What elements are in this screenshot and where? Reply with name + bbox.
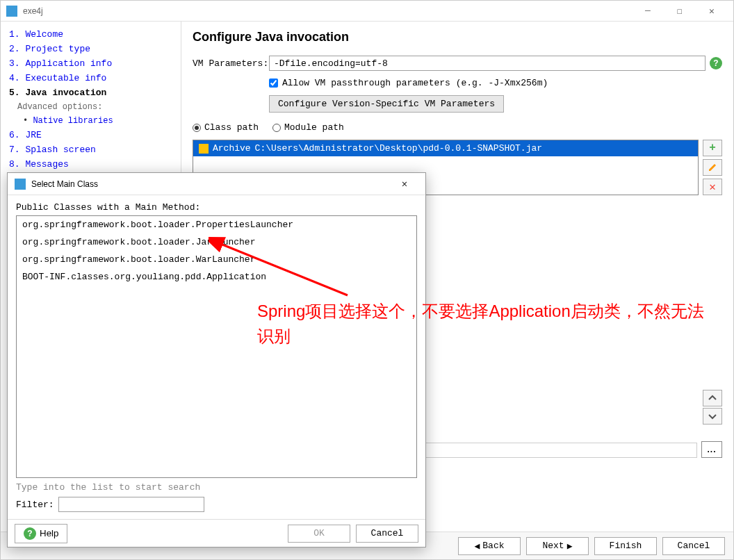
close-button[interactable]: ✕ (696, 1, 728, 22)
chevron-up-icon (708, 395, 717, 402)
next-button[interactable]: Next ▶ (526, 537, 589, 555)
dialog-heading: Public Classes with a Main Method: (16, 202, 417, 213)
dialog-body: Public Classes with a Main Method: org.s… (8, 195, 425, 519)
search-hint: Type into the list to start search (16, 482, 417, 493)
modulepath-radio-item[interactable]: Module path (272, 122, 344, 133)
page-heading: Configure Java invocation (193, 30, 722, 44)
class-item[interactable]: org.springframework.boot.loader.Properti… (17, 216, 416, 233)
vm-params-row: VM Parameters: ? (193, 56, 722, 71)
window-title: exe4j (23, 6, 632, 16)
app-icon (6, 6, 17, 17)
archive-path: C:\Users\Administrator\Desktop\pdd-0.0.1… (255, 143, 542, 154)
help-icon[interactable]: ? (710, 57, 722, 69)
back-button[interactable]: ◀ Back (458, 537, 521, 555)
move-down-button[interactable] (703, 408, 722, 425)
dialog-title: Select Main Class (31, 179, 391, 189)
archive-action-buttons: + ✕ (703, 140, 722, 195)
reorder-buttons (703, 390, 722, 425)
vm-params-input[interactable] (269, 56, 706, 71)
sidebar-item-application-info[interactable]: 3. Application info (1, 56, 181, 71)
dialog-title-bar: Select Main Class ✕ (8, 173, 425, 195)
back-arrow-icon: ◀ (474, 541, 480, 552)
sidebar-item-welcome[interactable]: 1. Welcome (1, 27, 181, 42)
sidebar-item-java-invocation[interactable]: 5. Java invocation (1, 85, 181, 100)
archive-label: Archive (213, 143, 251, 154)
dialog-cancel-button[interactable]: Cancel (356, 525, 418, 543)
classpath-radio[interactable] (193, 124, 201, 132)
class-list[interactable]: org.springframework.boot.loader.Properti… (16, 215, 417, 478)
help-icon: ? (24, 527, 36, 540)
dialog-bottom-bar: ? Help OK Cancel (8, 519, 425, 547)
browse-row: ... (701, 441, 722, 458)
window-controls: — ☐ ✕ (632, 1, 728, 22)
classpath-radio-item[interactable]: Class path (193, 122, 259, 133)
sidebar-item-executable-info[interactable]: 4. Executable info (1, 71, 181, 85)
sidebar-item-messages[interactable]: 8. Messages (1, 157, 181, 172)
delete-button[interactable]: ✕ (703, 179, 722, 195)
passthrough-row: Allow VM passthrough parameters (e.g. -J… (269, 78, 722, 88)
edit-button[interactable] (703, 159, 722, 176)
filter-row: Filter: 🔍 (16, 497, 417, 512)
sidebar-item-project-type[interactable]: 2. Project type (1, 42, 181, 56)
modulepath-radio[interactable] (272, 124, 281, 132)
passthrough-label: Allow VM passthrough parameters (e.g. -J… (282, 78, 548, 88)
archive-icon (199, 144, 209, 154)
sidebar-item-native-libraries[interactable]: Native libraries (1, 114, 181, 128)
class-item[interactable]: BOOT-INF.classes.org.youliang.pdd.Applic… (17, 268, 416, 286)
class-item[interactable]: org.springframework.boot.loader.JarLaunc… (17, 233, 416, 251)
modulepath-label: Module path (284, 122, 344, 133)
filter-label: Filter: (16, 500, 54, 510)
browse-button[interactable]: ... (701, 441, 722, 458)
sidebar-item-jre[interactable]: 6. JRE (1, 128, 181, 142)
archive-item[interactable]: Archive C:\Users\Administrator\Desktop\p… (193, 140, 698, 156)
select-main-class-dialog: Select Main Class ✕ Public Classes with … (7, 172, 426, 547)
dialog-app-icon (15, 179, 26, 190)
pencil-icon (708, 163, 717, 172)
cancel-button[interactable]: Cancel (662, 537, 725, 555)
class-item[interactable]: org.springframework.boot.loader.WarLaunc… (17, 251, 416, 268)
passthrough-checkbox[interactable] (269, 79, 278, 88)
chevron-down-icon (708, 413, 717, 420)
finish-button[interactable]: Finish (594, 537, 657, 555)
dialog-ok-button[interactable]: OK (288, 525, 350, 543)
path-type-row: Class path Module path (193, 122, 722, 133)
maximize-button[interactable]: ☐ (664, 1, 696, 22)
add-button[interactable]: + (703, 140, 722, 156)
classpath-label: Class path (204, 122, 259, 133)
vm-params-label: VM Parameters: (193, 58, 269, 69)
next-arrow-icon: ▶ (567, 541, 573, 552)
dialog-help-button[interactable]: ? Help (15, 524, 67, 543)
move-up-button[interactable] (703, 390, 722, 406)
config-version-button[interactable]: Configure Version-Specific VM Parameters (269, 95, 504, 113)
minimize-button[interactable]: — (632, 1, 664, 22)
sidebar-item-splash-screen[interactable]: 7. Splash screen (1, 142, 181, 157)
title-bar: exe4j — ☐ ✕ (1, 1, 733, 22)
sidebar-sub-advanced: Advanced options: (1, 100, 181, 114)
filter-input[interactable] (58, 497, 204, 512)
dialog-close-button[interactable]: ✕ (391, 178, 418, 190)
